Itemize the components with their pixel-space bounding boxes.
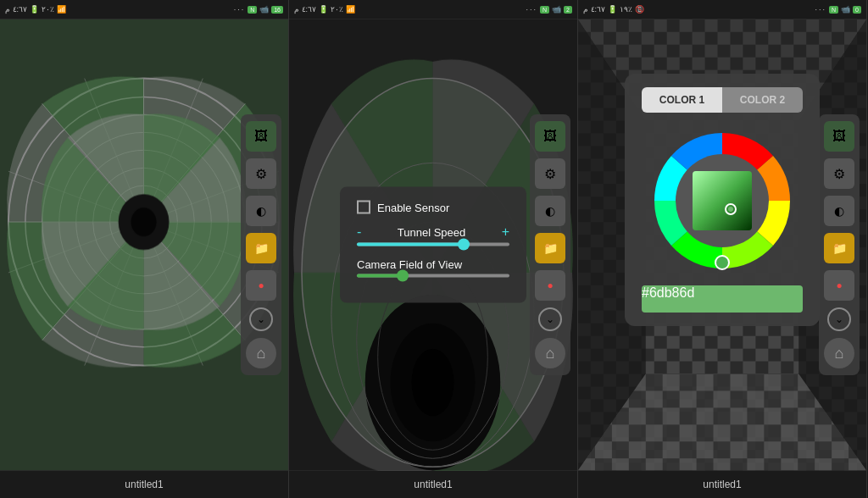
- controls-panel-3: 🖼 ⚙ ◐ 📁 ● ⌄ ⌂: [819, 114, 860, 375]
- folder-button-1[interactable]: 📁: [246, 233, 276, 263]
- tunnel-view-1: 🖼 ⚙ ◐ 📁 ● ⌄ ⌂: [0, 19, 288, 471]
- moon-button-2[interactable]: ◐: [535, 196, 565, 226]
- status-left-3: ٤:٦٧ م 🔋 ١٩٪ 📵: [583, 5, 644, 14]
- bottom-bar-3: untitled1: [578, 471, 866, 498]
- image-button-2[interactable]: 🖼: [535, 121, 565, 152]
- network-badge-1: N: [248, 6, 257, 14]
- time-2: ٤:٦٧ م: [294, 5, 316, 14]
- enable-sensor-checkbox[interactable]: [357, 201, 370, 214]
- enable-sensor-label: Enable Sensor: [377, 201, 449, 213]
- down-arrow-button-3[interactable]: ⌄: [827, 307, 851, 331]
- video-icon-2: 📹: [552, 5, 561, 14]
- settings-panel: Enable Sensor - Tunnel Speed + Camera Fi…: [340, 187, 526, 303]
- project-title-3: untitled1: [703, 479, 741, 490]
- color-tabs: COLOR 1 COLOR 2: [642, 87, 803, 113]
- svg-point-20: [131, 208, 157, 236]
- status-right-1: ··· N 📹 16: [234, 5, 283, 14]
- dots-button-3[interactable]: ●: [824, 270, 854, 301]
- tunnel-speed-label-row: - Tunnel Speed +: [357, 224, 509, 240]
- time-3: ٤:٦٧ م: [583, 5, 605, 14]
- status-right-2: ··· N 📹 2: [526, 5, 572, 14]
- menu-dots-1[interactable]: ···: [234, 5, 246, 14]
- camera-fov-label: Camera Field of View: [357, 258, 462, 271]
- tunnel-view-2: Enable Sensor - Tunnel Speed + Camera Fi…: [289, 19, 577, 471]
- color-tab-1[interactable]: COLOR 1: [642, 87, 722, 113]
- status-bar-3: ٤:٦٧ م 🔋 ١٩٪ 📵 ··· N 📹 0: [578, 0, 866, 19]
- battery-pct-2: ٢٠٪: [331, 5, 343, 14]
- time-1: ٤:٦٧ م: [5, 5, 27, 14]
- battery-pct-1: ٢٠٪: [42, 5, 54, 14]
- tunnel-speed-track[interactable]: [357, 243, 509, 246]
- color-tab-2[interactable]: COLOR 2: [722, 87, 803, 113]
- tunnel-speed-row: - Tunnel Speed +: [357, 224, 509, 246]
- folder-button-2[interactable]: 📁: [535, 233, 565, 263]
- network-badge-3: N: [829, 6, 838, 14]
- battery-icon-3: 🔋: [608, 5, 617, 14]
- camera-fov-track[interactable]: [357, 274, 509, 278]
- color-wheel-container: [642, 125, 803, 277]
- data-badge-2: 2: [564, 6, 572, 14]
- video-icon-3: 📹: [841, 5, 850, 14]
- tunnel-view-3: COLOR 1 COLOR 2: [578, 19, 866, 471]
- bottom-bar-2: untitled1: [289, 471, 577, 498]
- controls-panel-2: 🖼 ⚙ ◐ 📁 ● ⌄ ⌂: [530, 114, 570, 375]
- status-right-3: ··· N 📹 0: [815, 5, 861, 14]
- image-button-3[interactable]: 🖼: [824, 121, 854, 152]
- camera-fov-row: Camera Field of View: [357, 258, 509, 278]
- logo-button-2[interactable]: ⌂: [535, 338, 565, 368]
- camera-fov-label-row: Camera Field of View: [357, 258, 509, 271]
- battery-pct-3: ١٩٪: [620, 5, 632, 14]
- color-wheel[interactable]: [646, 125, 798, 277]
- logo-button-1[interactable]: ⌂: [246, 338, 276, 368]
- status-bar-2: ٤:٦٧ م 🔋 ٢٠٪ 📶 ··· N 📹 2: [289, 0, 577, 19]
- wifi-icon-2: 📶: [346, 5, 355, 14]
- data-badge-3: 0: [853, 6, 861, 14]
- panel-1: ٤:٦٧ م 🔋 ٢٠٪ 📶 ··· N 📹 16: [0, 0, 289, 498]
- svg-point-50: [715, 256, 729, 269]
- svg-point-25: [412, 349, 454, 417]
- menu-dots-2[interactable]: ···: [526, 5, 538, 14]
- video-icon-1: 📹: [259, 5, 269, 14]
- panel-3: ٤:٦٧ م 🔋 ١٩٪ 📵 ··· N 📹 0: [578, 0, 867, 498]
- down-arrow-button-2[interactable]: ⌄: [538, 307, 562, 331]
- battery-icon-1: 🔋: [30, 5, 39, 14]
- status-left-2: ٤:٦٧ م 🔋 ٢٠٪ 📶: [294, 5, 355, 14]
- enable-sensor-row: Enable Sensor: [357, 201, 509, 214]
- project-title-2: untitled1: [414, 479, 452, 490]
- svg-point-49: [728, 207, 733, 212]
- camera-fov-thumb[interactable]: [397, 270, 409, 282]
- tunnel-speed-plus[interactable]: +: [502, 224, 509, 240]
- logo-button-3[interactable]: ⌂: [824, 338, 854, 368]
- gear-button-2[interactable]: ⚙: [535, 158, 565, 189]
- bottom-bar-1: untitled1: [0, 471, 288, 498]
- data-badge-1: 16: [271, 6, 283, 14]
- svg-rect-47: [693, 171, 752, 230]
- battery-icon-2: 🔋: [319, 5, 328, 14]
- status-bar-1: ٤:٦٧ م 🔋 ٢٠٪ 📶 ··· N 📹 16: [0, 0, 288, 19]
- image-button-1[interactable]: 🖼: [246, 121, 276, 152]
- wifi-icon-3: 📵: [635, 5, 644, 14]
- panel-2: ٤:٦٧ م 🔋 ٢٠٪ 📶 ··· N 📹 2: [289, 0, 578, 498]
- menu-dots-3[interactable]: ···: [815, 5, 827, 14]
- moon-button-3[interactable]: ◐: [824, 196, 854, 226]
- tunnel-speed-minus[interactable]: -: [357, 224, 361, 240]
- tunnel-speed-label: Tunnel Speed: [398, 225, 465, 238]
- network-badge-2: N: [540, 6, 549, 14]
- moon-button-1[interactable]: ◐: [246, 196, 276, 226]
- camera-fov-fill: [357, 274, 403, 278]
- gear-button-1[interactable]: ⚙: [246, 158, 276, 189]
- dots-button-2[interactable]: ●: [535, 270, 565, 301]
- dots-button-1[interactable]: ●: [246, 270, 276, 301]
- gear-button-3[interactable]: ⚙: [824, 158, 854, 189]
- down-arrow-button-1[interactable]: ⌄: [249, 307, 273, 331]
- folder-button-3[interactable]: 📁: [824, 233, 854, 263]
- wifi-icon-1: 📶: [57, 5, 66, 14]
- tunnel-speed-thumb[interactable]: [458, 239, 470, 251]
- color-swatch[interactable]: #6db86d: [642, 285, 803, 313]
- controls-panel-1: 🖼 ⚙ ◐ 📁 ● ⌄ ⌂: [241, 114, 281, 375]
- status-left-1: ٤:٦٧ م 🔋 ٢٠٪ 📶: [5, 5, 66, 14]
- color-picker-panel: COLOR 1 COLOR 2: [625, 74, 820, 326]
- tunnel-speed-fill: [357, 243, 464, 246]
- project-title-1: untitled1: [125, 479, 163, 490]
